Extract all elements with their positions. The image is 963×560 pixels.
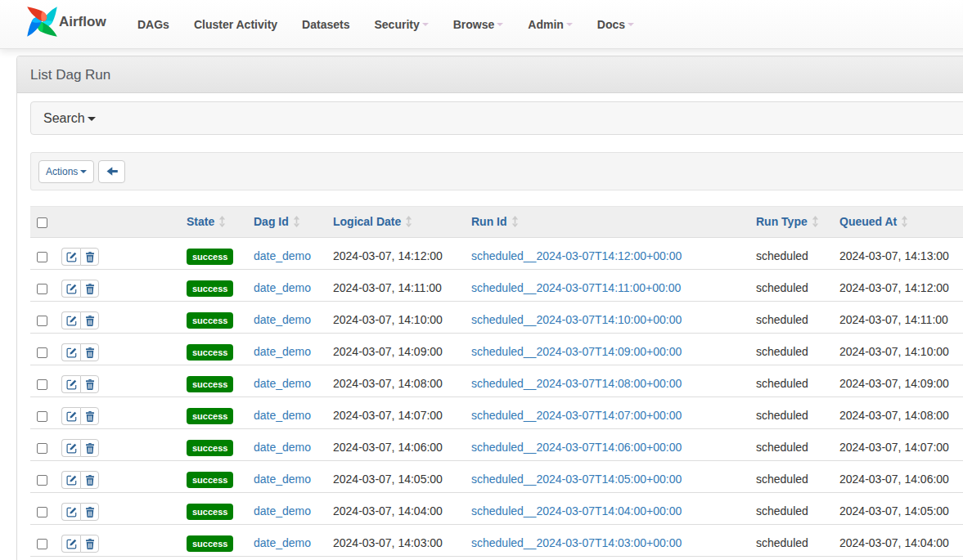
dag-id-link[interactable]: date_demo [254,313,311,326]
row-state-cell: success [180,524,247,556]
dag-id-link[interactable]: date_demo [254,345,311,358]
row-checkbox[interactable] [37,411,47,422]
run-type-text: scheduled [756,441,808,454]
row-checkbox[interactable] [37,284,47,294]
logical-date-text: 2024-03-07, 14:11:00 [333,281,442,294]
nav-item-datasets[interactable]: Datasets [290,0,362,49]
edit-record-button[interactable] [61,407,80,425]
dag-id-link[interactable]: date_demo [254,441,311,454]
row-run-id-cell: scheduled__2024-03-07T14:03:00+00:00 [465,524,749,556]
row-actions-group [61,439,99,457]
table-row: success date_demo 2024-03-07, 14:10:00 s… [30,301,963,333]
edit-record-button[interactable] [61,248,80,266]
delete-record-button[interactable] [80,535,99,553]
run-id-link[interactable]: scheduled__2024-03-07T14:07:00+00:00 [471,409,682,422]
row-checkbox[interactable] [37,347,47,358]
delete-record-button[interactable] [80,280,99,298]
dag-id-link[interactable]: date_demo [254,281,311,294]
nav-item-docs[interactable]: Docs [585,0,646,49]
nav-item-browse[interactable]: Browse [441,0,516,49]
edit-record-button[interactable] [61,280,80,298]
row-state-cell: success [180,396,247,428]
row-checkbox[interactable] [37,539,47,549]
actions-dropdown-button[interactable]: Actions [38,160,94,183]
delete-record-button[interactable] [80,375,99,393]
run-id-link[interactable]: scheduled__2024-03-07T14:06:00+00:00 [471,441,682,454]
dag-id-link[interactable]: date_demo [254,377,311,390]
airflow-wordmark: Airflow [59,14,106,30]
table-row: success date_demo 2024-03-07, 14:02:00 s… [30,556,963,560]
nav-item-security[interactable]: Security [362,0,440,49]
dag-id-link[interactable]: date_demo [254,473,311,486]
row-select-cell [30,524,55,556]
edit-record-button[interactable] [61,439,80,457]
run-id-link[interactable]: scheduled__2024-03-07T14:10:00+00:00 [471,313,682,326]
edit-record-button[interactable] [61,311,80,329]
run-id-link[interactable]: scheduled__2024-03-07T14:08:00+00:00 [471,377,682,390]
row-checkbox[interactable] [37,252,47,262]
row-checkbox[interactable] [37,507,47,517]
airflow-brand[interactable]: Airflow [0,6,125,38]
row-run-id-cell: scheduled__2024-03-07T14:06:00+00:00 [465,428,749,460]
row-checkbox[interactable] [37,379,47,390]
row-state-cell: success [180,460,247,492]
table-row: success date_demo 2024-03-07, 14:09:00 s… [30,333,963,365]
edit-record-button[interactable] [61,471,80,489]
dag-id-link[interactable]: date_demo [254,409,311,422]
delete-record-button[interactable] [80,471,99,489]
row-checkbox[interactable] [37,316,47,326]
sort-icon [812,216,819,227]
logical-date-text: 2024-03-07, 14:07:00 [333,409,443,422]
delete-record-button[interactable] [80,248,99,266]
sort-link-logical-date[interactable]: Logical Date [333,215,412,228]
row-queued-at-cell: 2024-03-07, 14:08:00 [833,396,963,428]
delete-record-button[interactable] [80,439,99,457]
delete-record-button[interactable] [80,311,99,329]
run-id-link[interactable]: scheduled__2024-03-07T14:03:00+00:00 [471,536,682,549]
dag-id-link[interactable]: date_demo [254,536,311,549]
row-state-cell: success [180,238,247,270]
back-button[interactable] [98,160,125,183]
edit-record-button[interactable] [61,343,80,361]
trash-icon [85,443,95,454]
nav-item-cluster-activity[interactable]: Cluster Activity [182,0,290,49]
delete-record-button[interactable] [80,407,99,425]
run-id-link[interactable]: scheduled__2024-03-07T14:05:00+00:00 [471,473,682,486]
sort-link-run-type[interactable]: Run Type [756,215,819,228]
row-actions-group [61,503,99,521]
row-run-type-cell: scheduled [749,333,833,365]
sort-link-dag-id[interactable]: Dag Id [254,215,300,228]
row-checkbox[interactable] [37,443,47,454]
sort-link-queued-at[interactable]: Queued At [839,215,908,228]
run-id-link[interactable]: scheduled__2024-03-07T14:12:00+00:00 [471,249,682,262]
sort-icon [218,216,226,227]
logical-date-text: 2024-03-07, 14:10:00 [333,313,443,326]
sort-link-run-id[interactable]: Run Id [471,215,519,228]
edit-record-button[interactable] [61,375,80,393]
row-run-id-cell: scheduled__2024-03-07T14:12:00+00:00 [465,238,749,270]
dag-id-link[interactable]: date_demo [254,249,311,262]
nav-item-dags[interactable]: DAGs [125,0,182,49]
nav-item-admin[interactable]: Admin [515,0,585,49]
search-collapse-toggle[interactable]: Search [30,101,963,135]
row-actions-group [61,407,99,425]
table-header-row: State Dag Id Logical Date Run Id Run Typ… [30,207,963,238]
row-queued-at-cell: 2024-03-07, 14:09:00 [833,365,963,396]
run-id-link[interactable]: scheduled__2024-03-07T14:04:00+00:00 [471,504,682,517]
row-actions-group [61,471,99,489]
run-id-link[interactable]: scheduled__2024-03-07T14:09:00+00:00 [471,345,682,358]
row-dag-id-cell: date_demo [247,238,326,270]
edit-record-button[interactable] [61,503,80,521]
row-checkbox[interactable] [37,475,47,486]
select-all-checkbox[interactable] [37,217,47,228]
row-dag-id-cell: date_demo [247,428,326,460]
edit-icon [66,284,77,294]
row-actions-cell [55,301,180,333]
row-logical-date-cell: 2024-03-07, 14:05:00 [326,460,465,492]
delete-record-button[interactable] [80,503,99,521]
delete-record-button[interactable] [80,343,99,361]
edit-record-button[interactable] [61,535,80,553]
dag-id-link[interactable]: date_demo [254,504,311,517]
sort-link-state[interactable]: State [187,215,226,228]
run-id-link[interactable]: scheduled__2024-03-07T14:11:00+00:00 [471,281,681,294]
